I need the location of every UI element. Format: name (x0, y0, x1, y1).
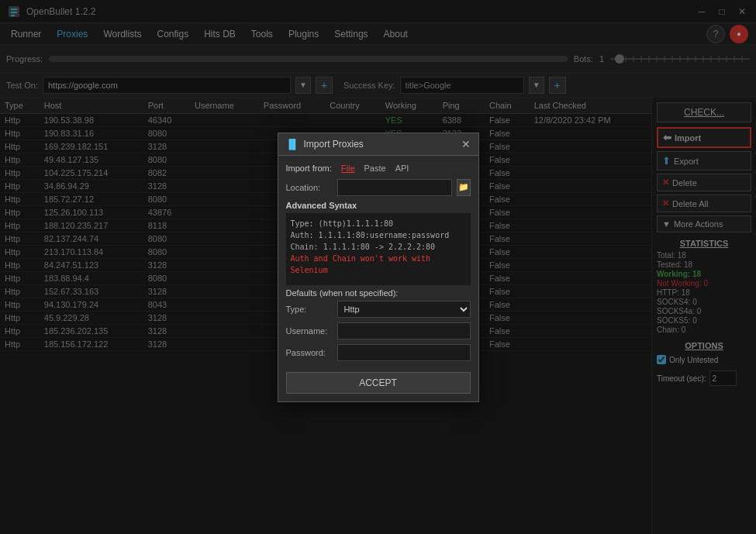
import-from-label: Import from: (286, 164, 332, 173)
import-proxies-modal: ▐▌ Import Proxies ✕ Import from: File Pa… (278, 133, 479, 402)
password-input[interactable] (337, 344, 471, 361)
modal-body: Import from: File Paste API Location: 📁 … (278, 156, 478, 401)
defaults-title: Defaults (when not specified): (286, 288, 471, 298)
modal-chart-icon: ▐▌ (286, 139, 299, 150)
advanced-syntax-title: Advanced Syntax (286, 201, 471, 210)
username-input[interactable] (337, 322, 471, 339)
modal-title: ▐▌ Import Proxies (286, 139, 364, 150)
password-label: Password: (286, 348, 333, 357)
username-label: Username: (286, 326, 333, 336)
syntax-block: Type: (http)1.1.1.1:80 Auth: 1.1.1.1:80:… (286, 213, 471, 285)
browse-button[interactable]: 📁 (457, 179, 471, 196)
syntax-line-3: Chain: 1.1.1.1:80 -> 2.2.2.2:80 (291, 241, 466, 253)
username-row: Username: (286, 322, 471, 339)
modal-close-button[interactable]: ✕ (461, 138, 471, 150)
syntax-line-1: Type: (http)1.1.1.1:80 (291, 218, 466, 229)
location-row: Location: 📁 (286, 179, 471, 196)
type-row: Type: Http Socks4 Socks4a Socks5 (286, 301, 471, 318)
import-tabs: Import from: File Paste API (286, 164, 471, 173)
accept-button[interactable]: ACCEPT (286, 372, 471, 394)
tab-file[interactable]: File (341, 164, 355, 173)
modal-titlebar: ▐▌ Import Proxies ✕ (278, 133, 478, 156)
location-label: Location: (286, 183, 333, 192)
modal-overlay: ▐▌ Import Proxies ✕ Import from: File Pa… (0, 0, 756, 534)
tab-paste[interactable]: Paste (364, 164, 386, 173)
tab-api[interactable]: API (395, 164, 409, 173)
type-select[interactable]: Http Socks4 Socks4a Socks5 (337, 301, 471, 318)
syntax-warning: Auth and Chain won't work with Selenium (291, 253, 466, 276)
location-input[interactable] (337, 179, 452, 196)
password-row: Password: (286, 344, 471, 361)
type-label: Type: (286, 305, 333, 314)
syntax-line-2: Auth: 1.1.1.1:80:username:password (291, 229, 466, 241)
